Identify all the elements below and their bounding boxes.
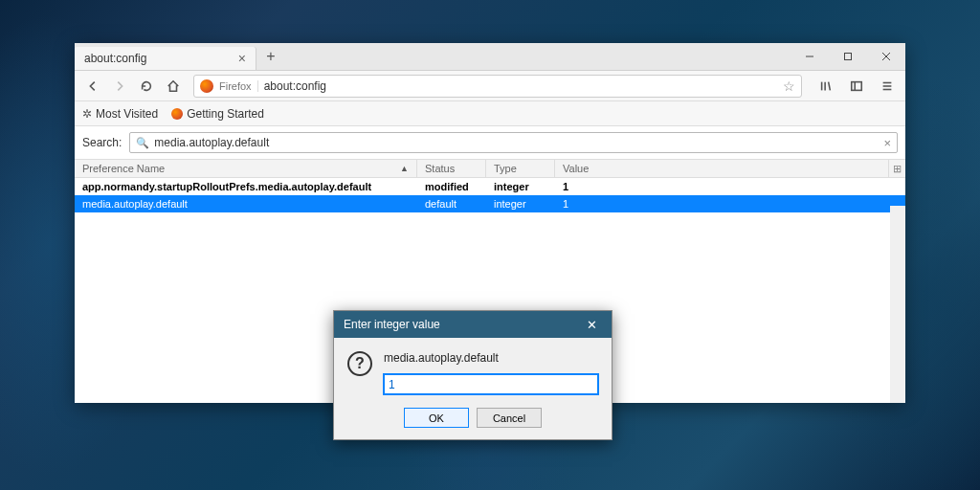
cell-type: integer <box>486 198 555 210</box>
integer-input[interactable] <box>384 374 598 394</box>
dialog-titlebar: Enter integer value ✕ <box>334 311 612 338</box>
close-icon[interactable]: ✕ <box>581 315 602 334</box>
minimize-button[interactable] <box>791 43 829 70</box>
search-row: Search: 🔍 media.autoplay.default × <box>75 126 905 159</box>
bookmarks-toolbar: ✲Most Visited Getting Started <box>75 101 905 126</box>
dialog-buttons: OK Cancel <box>334 398 612 439</box>
dialog-title: Enter integer value <box>344 318 440 331</box>
table-row[interactable]: media.autoplay.default default integer 1 <box>75 195 905 212</box>
cell-value: 1 <box>555 181 905 192</box>
cell-value: 1 <box>555 198 905 210</box>
cell-name: media.autoplay.default <box>75 198 417 210</box>
bookmark-label: Getting Started <box>187 107 264 121</box>
maximize-button[interactable] <box>829 43 867 70</box>
dialog-body: ? media.autoplay.default <box>334 338 612 398</box>
library-button[interactable] <box>813 74 838 99</box>
table-row[interactable]: app.normandy.startupRolloutPrefs.media.a… <box>75 178 905 195</box>
column-type[interactable]: Type <box>486 160 555 177</box>
column-picker-icon[interactable]: ⊞ <box>888 160 905 177</box>
bookmark-label: Most Visited <box>96 107 158 121</box>
sort-asc-icon: ▲ <box>400 164 409 173</box>
cell-status: modified <box>417 181 486 192</box>
titlebar: about:config × + <box>75 43 905 71</box>
tab-title: about:config <box>84 52 146 65</box>
column-status[interactable]: Status <box>417 160 486 177</box>
scrollbar[interactable] <box>890 206 905 403</box>
back-button[interactable] <box>80 74 105 99</box>
dialog-pref-name: media.autoplay.default <box>384 351 598 365</box>
brand-label: Firefox <box>219 80 258 92</box>
nav-toolbar: Firefox about:config ☆ <box>75 71 905 101</box>
table-header: Preference Name▲ Status Type Value ⊞ <box>75 159 905 178</box>
home-button[interactable] <box>161 74 186 99</box>
cell-type: integer <box>486 181 555 192</box>
close-window-button[interactable] <box>867 43 905 70</box>
tab-about-config[interactable]: about:config × <box>75 47 256 70</box>
clear-search-icon[interactable]: × <box>883 136 891 150</box>
search-icon: 🔍 <box>136 137 149 149</box>
bookmark-getting-started[interactable]: Getting Started <box>171 107 264 121</box>
bookmark-most-visited[interactable]: ✲Most Visited <box>82 107 158 121</box>
sidebar-button[interactable] <box>844 74 869 99</box>
reload-button[interactable] <box>134 74 159 99</box>
search-input[interactable]: 🔍 media.autoplay.default × <box>129 132 898 153</box>
close-icon[interactable]: × <box>238 51 246 66</box>
column-preference-name[interactable]: Preference Name▲ <box>75 160 417 177</box>
svg-rect-7 <box>852 81 862 90</box>
svg-rect-1 <box>845 54 852 60</box>
svg-line-6 <box>829 81 831 90</box>
url-bar[interactable]: Firefox about:config ☆ <box>193 75 802 98</box>
enter-integer-dialog: Enter integer value ✕ ? media.autoplay.d… <box>333 310 612 440</box>
search-value: media.autoplay.default <box>154 136 879 149</box>
forward-button[interactable] <box>107 74 132 99</box>
search-label: Search: <box>82 136 122 149</box>
menu-button[interactable] <box>875 74 900 99</box>
ok-button[interactable]: OK <box>404 408 469 428</box>
gear-icon: ✲ <box>82 107 92 121</box>
firefox-icon <box>171 108 183 120</box>
question-icon: ? <box>347 351 372 376</box>
firefox-icon <box>200 79 213 93</box>
window-controls <box>791 43 905 70</box>
bookmark-star-icon[interactable]: ☆ <box>783 78 795 94</box>
cancel-button[interactable]: Cancel <box>477 408 542 428</box>
column-value[interactable]: Value <box>555 160 888 177</box>
cell-name: app.normandy.startupRolloutPrefs.media.a… <box>75 181 417 192</box>
cell-status: default <box>417 198 486 210</box>
new-tab-button[interactable]: + <box>256 43 285 70</box>
url-text: about:config <box>264 79 777 93</box>
